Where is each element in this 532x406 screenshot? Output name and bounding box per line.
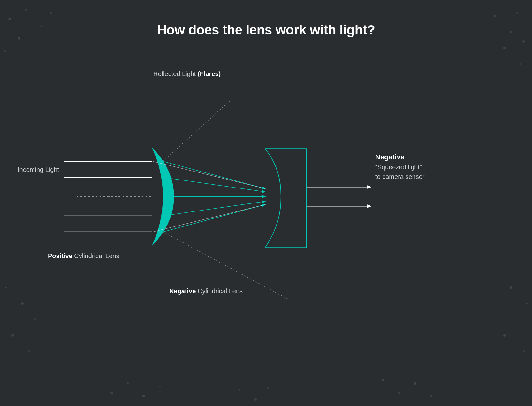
svg-point-9 [503,47,506,49]
svg-point-4 [4,50,6,52]
svg-point-11 [522,40,525,43]
diagram-container: Reflected Light (Flares) Incoming Light … [0,57,532,406]
svg-rect-47 [265,149,307,248]
svg-line-45 [163,101,230,162]
lens-diagram [0,57,532,406]
page-title: How does the lens work with light? [0,0,532,38]
